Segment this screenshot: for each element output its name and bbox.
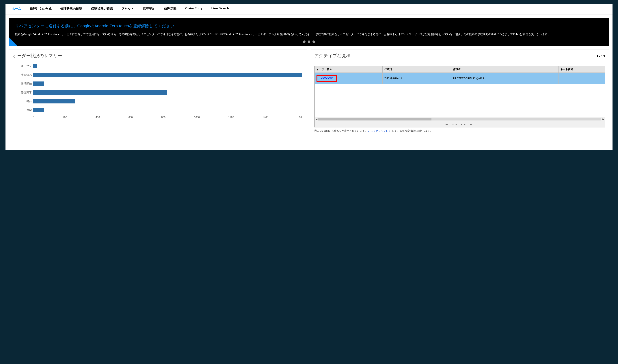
chart-bar	[33, 81, 44, 86]
carousel-dot-1[interactable]	[303, 40, 306, 43]
banner-accent-corner	[9, 37, 17, 46]
chart-category-label: 修理開始	[13, 82, 32, 86]
chart-row: オープン	[33, 62, 302, 70]
chart-bar	[33, 108, 44, 112]
tab-home[interactable]: ホーム	[7, 4, 26, 14]
chart-x-tick: 0	[33, 116, 34, 119]
chart-row: 受領済み	[33, 71, 302, 79]
banner-body: 機器をGoogleのAndroid™ Zero-touchサービスに登録してご使…	[15, 32, 603, 37]
order-number-link[interactable]: XXXXXXX	[321, 77, 333, 80]
chart-row: 修理完了	[33, 89, 302, 96]
chart-row: 保留	[33, 106, 302, 114]
footer-tail: して、拡張検索機能を取得します。	[392, 129, 433, 132]
chart-x-axis: 020040060080010001200140016	[33, 116, 302, 119]
carousel-dot-3[interactable]	[312, 40, 315, 43]
nav-tabs: ホーム 修理注文の作成 修理状況の確認 保証状況の確認 アセット 保守契約 修理…	[5, 4, 613, 14]
chart-category-label: 出荷	[13, 100, 32, 103]
quotes-title: アクティブな見積	[314, 53, 350, 59]
scroll-thumb[interactable]	[318, 118, 431, 120]
tab-assets[interactable]: アセット	[117, 4, 138, 14]
quotes-footer-note: 過去 30 日間の見積もりが表示されています。 ここをクリックして して、拡張検…	[314, 129, 605, 133]
chart-bar	[33, 99, 75, 104]
tab-create-repair-order[interactable]: 修理注文の作成	[26, 4, 56, 14]
banner-title: リペアセンターに送付する前に、GoogleのAndroid Zero-touch…	[15, 23, 603, 29]
chart-category-label: 修理完了	[13, 91, 32, 94]
chart-x-tick: 400	[96, 116, 100, 119]
chart-x-tick: 600	[128, 116, 132, 119]
chart-row: 出荷	[33, 97, 302, 105]
tab-warranty-status[interactable]: 保証状況の確認	[87, 4, 117, 14]
active-quotes-panel: アクティブな見積 1 - 1/1 オーダー番号 作成日 作成者 ネット価格	[311, 49, 609, 136]
horizontal-scrollbar[interactable]: ◀ ▶	[314, 117, 605, 121]
tab-line-search[interactable]: Line Search	[207, 4, 233, 14]
order-number-highlight: XXXXXXX	[317, 75, 337, 82]
carousel-dot-2[interactable]	[308, 40, 310, 43]
cell-author: PRDTEST.OREILLY@MAILI...	[451, 73, 558, 84]
cell-order-number[interactable]: XXXXXXX	[315, 73, 383, 84]
col-author[interactable]: 作成者	[451, 66, 558, 73]
quotes-table: オーダー番号 作成日 作成者 ネット価格 XXXXXXX	[314, 66, 605, 117]
scroll-track[interactable]	[318, 118, 601, 120]
order-status-summary-panel: オーダー状況のサマリー オープン受領済み修理開始修理完了出荷保留02004006…	[9, 49, 307, 136]
col-created-date[interactable]: 作成日	[382, 66, 451, 73]
notice-banner: リペアセンターに送付する前に、GoogleのAndroid Zero-touch…	[9, 18, 609, 46]
chart-x-tick: 800	[161, 116, 166, 119]
chart-x-tick: 1200	[228, 116, 234, 119]
scroll-left-icon[interactable]: ◀	[315, 117, 318, 121]
col-net-price[interactable]: ネット価格	[558, 66, 605, 73]
quotes-pager: 1 - 1/1	[597, 54, 605, 58]
tab-repair-status[interactable]: 修理状況の確認	[56, 4, 87, 14]
tab-service-contracts[interactable]: 保守契約	[138, 4, 160, 14]
chart-category-label: オープン	[13, 65, 32, 68]
tab-repair-activity[interactable]: 修理活動	[160, 4, 181, 14]
col-order-number[interactable]: オーダー番号	[315, 66, 383, 73]
cell-net-price	[558, 73, 605, 84]
chart-category-label: 保留	[13, 108, 32, 112]
chart-x-tick-extra: 16	[299, 116, 302, 119]
chart-row: 修理開始	[33, 80, 302, 88]
chart-x-tick: 1400	[262, 116, 268, 119]
chart-bar	[33, 90, 167, 95]
quotes-table-wrap: オーダー番号 作成日 作成者 ネット価格 XXXXXXX	[314, 66, 605, 128]
scroll-right-icon[interactable]: ▶	[601, 117, 605, 121]
table-row[interactable]: XXXXXXX 2-11月-2024 12:... PRDTEST.OREILL…	[315, 73, 605, 84]
footer-text: 過去 30 日間の見積もりが表示されています。	[314, 129, 368, 132]
summary-title: オーダー状況のサマリー	[13, 53, 304, 59]
cell-created-date: 2-11月-2024 12:...	[382, 73, 451, 84]
footer-link[interactable]: ここをクリックして	[368, 129, 391, 132]
pagination-controls[interactable]: ⏮ ◀◀ ▶▶ ⏭	[314, 121, 605, 127]
chart-bar	[33, 73, 302, 77]
chart-bar	[33, 64, 37, 68]
chart-x-tick: 200	[63, 116, 67, 119]
tab-claim-entry[interactable]: Claim Entry	[181, 4, 207, 14]
table-empty-area	[315, 84, 605, 117]
chart-x-tick: 1000	[194, 116, 200, 119]
carousel-dots	[303, 40, 315, 43]
order-status-chart: オープン受領済み修理開始修理完了出荷保留02004006008001000120…	[13, 62, 304, 125]
table-header-row: オーダー番号 作成日 作成者 ネット価格	[315, 66, 605, 73]
chart-category-label: 受領済み	[13, 73, 32, 77]
